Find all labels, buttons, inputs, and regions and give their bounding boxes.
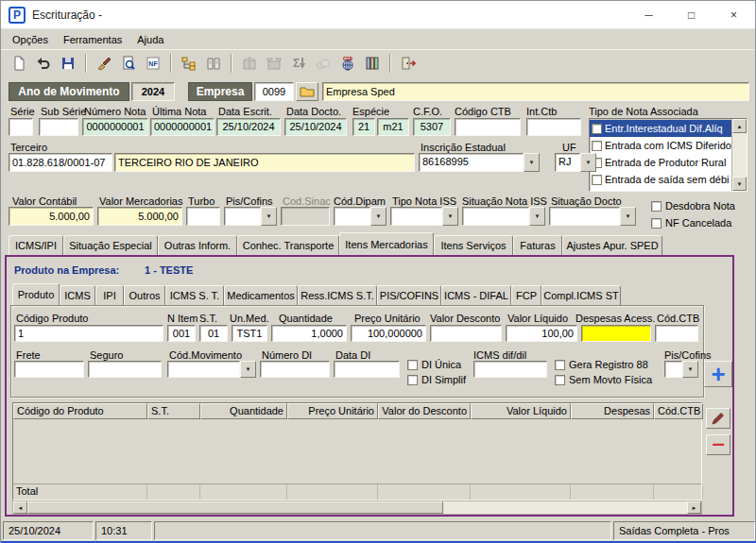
- n-item-field[interactable]: 001: [167, 325, 196, 342]
- column-header-st[interactable]: S.T.: [147, 403, 200, 419]
- nf-cancelada-checkbox[interactable]: NF Cancelada: [651, 217, 731, 229]
- tab-outros[interactable]: Outros: [124, 285, 165, 305]
- despesas-acess-field[interactable]: [581, 325, 651, 342]
- column-header-cod-ctb[interactable]: Cód.CTB: [654, 403, 703, 419]
- tab-medicamentos[interactable]: Medicamentos: [224, 285, 298, 305]
- close-button[interactable]: ×: [713, 1, 755, 29]
- icms-dif-field[interactable]: [473, 361, 547, 378]
- undo-button[interactable]: [31, 52, 56, 75]
- checkbox-icon[interactable]: [407, 375, 418, 385]
- tab-icms-st[interactable]: ICMS S. T.: [165, 285, 224, 305]
- menu-ajuda[interactable]: Ajuda: [129, 31, 171, 48]
- ano-movimento-field[interactable]: 2024: [131, 82, 175, 101]
- column-header-codigo-produto[interactable]: Código do Produto: [13, 403, 147, 419]
- tab-pis-cofins[interactable]: PIS/COFINS: [377, 285, 441, 305]
- dropdown-icon[interactable]: ▼: [580, 153, 596, 172]
- inscricao-estadual-select[interactable]: 86168995 ▼: [419, 153, 540, 172]
- especie-cod-field[interactable]: 21: [352, 118, 375, 136]
- table-hscrollbar[interactable]: ◄ ►: [12, 501, 702, 515]
- seguro-field[interactable]: [88, 361, 162, 378]
- scroll-down-button[interactable]: ▼: [732, 177, 747, 191]
- list-item-icms-diferido[interactable]: Entrada com ICMS Diferido: [590, 137, 731, 154]
- valor-contabil-field[interactable]: 5.000,00: [9, 207, 94, 226]
- maximize-button[interactable]: □: [670, 1, 713, 29]
- cod-ctb-field[interactable]: [655, 325, 698, 342]
- checkbox-icon[interactable]: [651, 218, 662, 229]
- valor-liquido-field[interactable]: 100,00: [506, 325, 577, 342]
- scroll-right-button[interactable]: ►: [687, 501, 701, 514]
- dropdown-icon[interactable]: ▼: [682, 361, 698, 378]
- hierarchy-button[interactable]: [177, 52, 201, 75]
- hscroll-thumb[interactable]: [27, 501, 443, 514]
- tab-conhec-transporte[interactable]: Conhec. Transporte: [237, 235, 339, 255]
- data-escrit-field[interactable]: 25/10/2024: [216, 118, 281, 136]
- tab-ress-icms-st[interactable]: Ress.ICMS S.T.: [298, 285, 377, 305]
- pis-cofins-select[interactable]: ▼: [224, 207, 277, 226]
- tipo-nota-listbox[interactable]: Entr.Interestadual Dif.Alíq Entrada com …: [589, 118, 747, 192]
- terceiro-nome-field[interactable]: TERCEIRO RIO DE JANEIRO: [114, 153, 415, 172]
- scroll-up-button[interactable]: ▲: [732, 119, 747, 133]
- terceiro-cnpj-field[interactable]: 01.828.618/0001-07: [9, 153, 112, 172]
- frete-field[interactable]: [14, 361, 84, 378]
- tab-ipi[interactable]: IPI: [95, 285, 124, 305]
- column-header-valor-liquido[interactable]: Valor Líquido: [471, 403, 571, 419]
- empresa-code-field[interactable]: 0099: [254, 82, 294, 101]
- checkbox-icon[interactable]: [592, 124, 602, 134]
- especie-abrev-field[interactable]: m21: [377, 118, 409, 136]
- tab-compl-icms-st[interactable]: Compl.ICMS ST: [541, 285, 621, 305]
- edit-item-button[interactable]: [706, 408, 730, 429]
- preco-unitario-field[interactable]: 100,000000: [351, 325, 426, 342]
- listbox-scrollbar[interactable]: ▲ ▼: [731, 119, 747, 191]
- tab-itens-mercadorias[interactable]: Itens Mercadorias: [339, 232, 434, 255]
- pis-cofins-item-select[interactable]: ▼: [664, 361, 698, 378]
- tab-faturas[interactable]: Faturas: [513, 235, 562, 255]
- add-item-button[interactable]: +: [704, 361, 732, 387]
- serie-field[interactable]: [9, 118, 33, 136]
- column-header-despesas[interactable]: Despesas: [571, 403, 654, 419]
- dropdown-icon[interactable]: ▼: [524, 153, 540, 172]
- empresa-lookup-button[interactable]: [296, 82, 318, 101]
- dropdown-icon[interactable]: ▼: [529, 207, 545, 226]
- valor-desconto-field[interactable]: [430, 325, 502, 342]
- cod-dipam-select[interactable]: ▼: [334, 207, 387, 226]
- menu-ferramentas[interactable]: Ferramentas: [56, 31, 129, 48]
- cgb-globe-button[interactable]: CGB: [335, 52, 360, 75]
- dropdown-icon[interactable]: ▼: [370, 207, 387, 226]
- cfo-field[interactable]: 5307: [413, 118, 451, 136]
- dropdown-icon[interactable]: ▼: [261, 207, 277, 226]
- column-header-valor-desconto[interactable]: Valor do Desconto: [378, 403, 471, 419]
- nf-button[interactable]: NF: [141, 52, 165, 75]
- un-med-field[interactable]: TST1: [232, 325, 267, 342]
- checkbox-icon[interactable]: [592, 175, 602, 185]
- numero-di-field[interactable]: [260, 361, 330, 378]
- checkbox-icon[interactable]: [407, 360, 418, 370]
- new-document-button[interactable]: [7, 52, 31, 75]
- scroll-left-button[interactable]: ◄: [13, 501, 27, 514]
- tab-icms-ipi[interactable]: ICMS/IPI: [9, 235, 63, 255]
- list-item-produtor-rural[interactable]: Entrada de Produtor Rural: [590, 154, 731, 171]
- dropdown-icon[interactable]: ▼: [620, 207, 636, 226]
- data-docto-field[interactable]: 25/10/2024: [284, 118, 347, 136]
- di-simplif-checkbox[interactable]: DI Simplif: [407, 374, 466, 385]
- tab-fcp[interactable]: FCP: [511, 285, 541, 305]
- dropdown-icon[interactable]: ▼: [240, 361, 256, 378]
- gera-registro-88-checkbox[interactable]: Gera Registro 88: [555, 359, 648, 370]
- data-di-field[interactable]: [334, 361, 400, 378]
- situacao-docto-select[interactable]: ▼: [549, 207, 636, 226]
- cod-movimento-select[interactable]: ▼: [167, 361, 256, 378]
- di-unica-checkbox[interactable]: DI Única: [407, 359, 461, 370]
- ledger-button[interactable]: [201, 52, 226, 75]
- columns-button[interactable]: [360, 52, 385, 75]
- numero-nota-field[interactable]: 0000000001: [82, 118, 148, 136]
- tab-itens-servicos[interactable]: Itens Serviços: [434, 235, 513, 255]
- items-table-body[interactable]: [13, 419, 701, 484]
- valor-mercadorias-field[interactable]: 5.000,00: [97, 207, 182, 226]
- checkbox-icon[interactable]: [555, 375, 565, 385]
- print-preview-button[interactable]: [116, 52, 141, 75]
- empresa-name-field[interactable]: Empresa Sped: [322, 82, 749, 101]
- clear-brush-button[interactable]: [92, 52, 116, 75]
- tab-icms-difal[interactable]: ICMS - DIFAL: [441, 285, 511, 305]
- sub-serie-field[interactable]: [39, 118, 78, 136]
- tipo-nota-iss-select[interactable]: ▼: [390, 207, 458, 226]
- save-button[interactable]: [56, 52, 80, 75]
